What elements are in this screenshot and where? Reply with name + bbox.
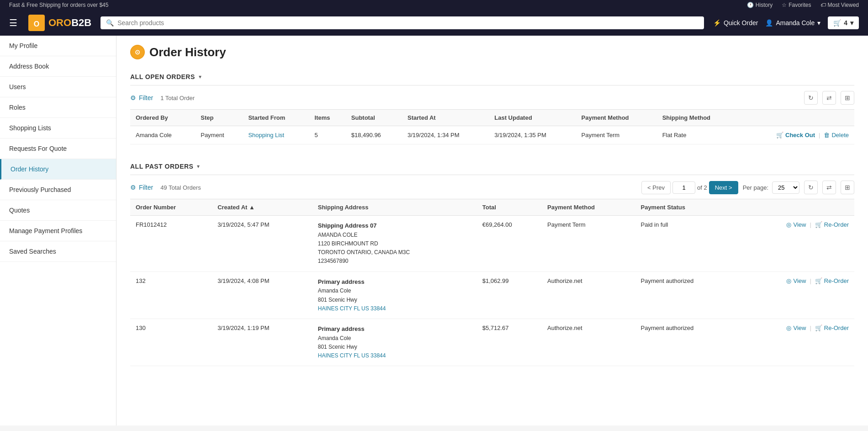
- user-menu[interactable]: 👤 Amanda Cole ▾: [765, 19, 820, 27]
- layout: My Profile Address Book Users Roles Shop…: [0, 36, 868, 426]
- cell-items: 5: [309, 126, 346, 144]
- delete-button[interactable]: 🗑 Delete: [824, 132, 849, 138]
- col-more-options: [739, 110, 854, 126]
- sidebar-item-requests-for-quote[interactable]: Requests For Quote: [0, 138, 116, 159]
- action-divider: |: [810, 221, 811, 228]
- cell-shipping-address: Shipping Address 07 AMANDA COLE 1120 BIR…: [312, 216, 477, 272]
- filter-icon: ⚙: [130, 94, 136, 101]
- reorder-button-2[interactable]: 🛒 Re-Order: [815, 277, 849, 284]
- shopping-list-link[interactable]: Shopping List: [248, 132, 284, 138]
- cell-payment-status: Payment authorized: [635, 271, 737, 319]
- cart-button[interactable]: 🛒 4 ▾: [828, 16, 859, 29]
- sidebar-item-address-book[interactable]: Address Book: [0, 56, 116, 77]
- cell-order-number: FR1012412: [130, 216, 212, 272]
- favorites-link[interactable]: ☆ Favorites: [782, 2, 811, 8]
- cell-started-at: 3/19/2024, 1:34 PM: [402, 126, 489, 144]
- col-order-number: Order Number: [130, 199, 212, 216]
- open-orders-total-count: 1 Total Order: [160, 95, 195, 101]
- reorder-button-1[interactable]: 🛒 Re-Order: [815, 221, 849, 228]
- next-page-button[interactable]: Next >: [709, 181, 738, 194]
- cell-subtotal: $18,490.96: [346, 126, 402, 144]
- city-link: HAINES CITY FL US 33844: [318, 305, 386, 312]
- open-orders-refresh-button[interactable]: ↻: [804, 91, 818, 105]
- search-input[interactable]: [117, 19, 699, 27]
- sidebar-item-order-history[interactable]: Order History: [0, 159, 116, 180]
- shipping-notice: Fast & Free Shipping for orders over $45: [9, 2, 108, 8]
- sidebar-item-manage-payment-profiles[interactable]: Manage Payment Profiles: [0, 221, 116, 241]
- open-orders-layout-button[interactable]: ⊞: [841, 91, 854, 105]
- logo-text: OROB2B: [48, 17, 91, 29]
- reorder-button-3[interactable]: 🛒 Re-Order: [815, 325, 849, 331]
- view-button-2[interactable]: ◎ View: [786, 277, 806, 284]
- open-orders-filter-button[interactable]: ⚙ Filter: [130, 94, 153, 101]
- prev-page-button[interactable]: < Prev: [641, 181, 671, 194]
- eye-icon: ◎: [786, 221, 791, 228]
- col-past-payment-method: Payment Method: [542, 199, 635, 216]
- past-orders-pagination: < Prev of 2 Next >: [641, 181, 738, 194]
- past-orders-toolbar: ⚙ Filter 49 Total Orders < Prev of 2 Nex…: [130, 181, 854, 194]
- past-order-actions-1: ◎ View | 🛒 Re-Order: [743, 221, 849, 228]
- open-orders-columns-button[interactable]: ⇄: [822, 91, 836, 105]
- cell-shipping-address: Primary address Amanda Cole 801 Scenic H…: [312, 271, 477, 319]
- open-orders-table: Ordered By Step Started From Items Subto…: [130, 109, 854, 144]
- per-page-select[interactable]: 25 50 100: [772, 181, 799, 194]
- per-page-label: Per page:: [743, 184, 768, 191]
- sidebar: My Profile Address Book Users Roles Shop…: [0, 36, 116, 426]
- history-link[interactable]: 🕐 History: [747, 2, 773, 8]
- past-orders-refresh-button[interactable]: ↻: [804, 181, 818, 194]
- page-title-icon: ⊙: [130, 45, 145, 59]
- cart-icon: 🛒: [833, 19, 841, 27]
- sidebar-item-shopping-lists[interactable]: Shopping Lists: [0, 118, 116, 138]
- top-bar-right: 🕐 History ☆ Favorites 🏷 Most Viewed: [747, 2, 859, 8]
- col-started-from: Started From: [243, 110, 309, 126]
- past-orders-chevron-icon[interactable]: ▾: [197, 163, 200, 170]
- past-orders-toolbar-left: ⚙ Filter 49 Total Orders: [130, 184, 201, 191]
- col-shipping-method: Shipping Method: [657, 110, 739, 126]
- page-title-area: ⊙ Order History: [130, 45, 854, 59]
- cell-past-payment-method: Authorize.net: [542, 319, 635, 366]
- eye-icon: ◎: [786, 325, 791, 331]
- cell-shipping-address: Primary address Amanda Cole 801 Scenic H…: [312, 319, 477, 366]
- cell-step: Payment: [195, 126, 243, 144]
- col-shipping-address: Shipping Address: [312, 199, 477, 216]
- col-items: Items: [309, 110, 346, 126]
- sidebar-item-saved-searches[interactable]: Saved Searches: [0, 241, 116, 262]
- cell-payment-method: Payment Term: [576, 126, 657, 144]
- past-orders-filter-button[interactable]: ⚙ Filter: [130, 184, 153, 191]
- past-orders-layout-button[interactable]: ⊞: [841, 181, 854, 194]
- menu-toggle[interactable]: ☰: [9, 17, 17, 28]
- star-icon: ☆: [782, 2, 787, 8]
- past-order-row: 130 3/19/2024, 1:19 PM Primary address A…: [130, 319, 854, 366]
- sidebar-item-previously-purchased[interactable]: Previously Purchased: [0, 180, 116, 200]
- sidebar-item-my-profile[interactable]: My Profile: [0, 36, 116, 56]
- sidebar-item-users[interactable]: Users: [0, 77, 116, 97]
- checkout-button[interactable]: 🛒 Check Out: [776, 132, 815, 138]
- col-payment-method: Payment Method: [576, 110, 657, 126]
- sidebar-item-roles[interactable]: Roles: [0, 97, 116, 118]
- search-icon: 🔍: [106, 19, 114, 27]
- cell-created-at: 3/19/2024, 5:47 PM: [212, 216, 312, 272]
- most-viewed-link[interactable]: 🏷 Most Viewed: [820, 2, 859, 8]
- cell-started-from: Shopping List: [243, 126, 309, 144]
- col-step: Step: [195, 110, 243, 126]
- page-title: Order History: [149, 45, 226, 59]
- open-orders-chevron-icon[interactable]: ▾: [199, 74, 201, 80]
- cell-last-updated: 3/19/2024, 1:35 PM: [489, 126, 576, 144]
- logo[interactable]: O OROB2B: [28, 15, 91, 31]
- col-last-updated: Last Updated: [489, 110, 576, 126]
- past-orders-table: Order Number Created At ▲ Shipping Addre…: [130, 199, 854, 366]
- chevron-down-icon: ▾: [817, 19, 820, 27]
- page-of-label: of 2: [697, 184, 707, 191]
- view-button-3[interactable]: ◎ View: [786, 325, 806, 331]
- past-orders-title: ALL PAST ORDERS: [130, 163, 193, 170]
- page-number-input[interactable]: [672, 181, 695, 194]
- quick-order-button[interactable]: ⚡ Quick Order: [713, 19, 758, 27]
- open-order-actions: 🛒 Check Out | 🗑 Delete: [744, 132, 849, 138]
- shipping-address-block: Shipping Address 07 AMANDA COLE 1120 BIR…: [318, 221, 471, 266]
- view-button-1[interactable]: ◎ View: [786, 221, 806, 228]
- sidebar-item-quotes[interactable]: Quotes: [0, 200, 116, 221]
- open-orders-toolbar-left: ⚙ Filter 1 Total Order: [130, 94, 195, 101]
- col-payment-status: Payment Status: [635, 199, 737, 216]
- past-orders-columns-button[interactable]: ⇄: [822, 181, 836, 194]
- open-order-row: Amanda Cole Payment Shopping List 5 $18,…: [130, 126, 854, 144]
